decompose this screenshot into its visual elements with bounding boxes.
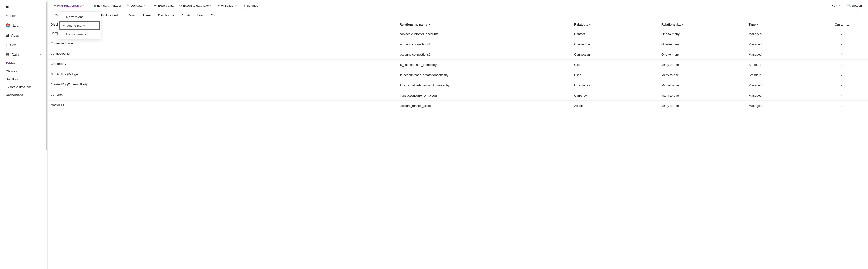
get-data-button[interactable]: 🗄 Get data ∨ bbox=[124, 2, 148, 9]
row-reltype-text: One-to-many bbox=[661, 42, 680, 46]
row-type-text: Managed bbox=[749, 104, 762, 108]
cell-custom: ✓ bbox=[815, 50, 868, 60]
cell-related: Account bbox=[571, 101, 658, 111]
cell-type: Managed bbox=[746, 29, 816, 39]
add-relationship-button[interactable]: + Add relationship ∨ bbox=[52, 2, 87, 9]
cell-custom: ✓ bbox=[815, 39, 868, 50]
col-header-type[interactable]: Type ∨ bbox=[746, 20, 816, 29]
custom-check-icon: ✓ bbox=[840, 83, 843, 87]
cell-related: Contact bbox=[571, 29, 658, 39]
custom-check-icon: ✓ bbox=[840, 53, 843, 56]
custom-check-icon: ✓ bbox=[840, 94, 843, 97]
search-icon: 🔍 bbox=[847, 4, 851, 7]
apps-icon: ⊞ bbox=[6, 33, 9, 37]
ai-icon: ✦ bbox=[217, 4, 220, 7]
sidebar-item-data[interactable]: ▦ Data ∧ bbox=[2, 50, 45, 59]
sidebar-item-create[interactable]: + Create bbox=[2, 40, 45, 50]
tab-forms[interactable]: Forms bbox=[139, 11, 155, 20]
cell-type: Standard bbox=[746, 70, 816, 80]
many-to-one-plus-icon: + bbox=[62, 15, 64, 19]
col-header-related[interactable]: Related... ∨ bbox=[571, 20, 658, 29]
cell-rel-name: account_connections2 bbox=[397, 50, 571, 60]
sidebar-sub-item-connections[interactable]: Connections bbox=[2, 91, 45, 98]
cell-rel-type: Many-to-one bbox=[658, 101, 746, 111]
filter-button[interactable]: ≡ All ∨ bbox=[829, 2, 843, 9]
scrollbar[interactable] bbox=[46, 2, 47, 150]
toolbar-right: ≡ All ∨ 🔍 Search bbox=[829, 2, 864, 9]
tab-dashboards[interactable]: Dashboards bbox=[155, 11, 178, 20]
sidebar-sub-item-export-lake[interactable]: Export to data lake bbox=[2, 83, 45, 91]
cell-type: Managed bbox=[746, 80, 816, 90]
data-chevron-icon: ∧ bbox=[40, 53, 42, 56]
sidebar-sub-item-tables[interactable]: Tables bbox=[2, 60, 45, 67]
row-related-text: Connection bbox=[574, 42, 590, 46]
cell-rel-name: account_connections1 bbox=[397, 39, 571, 50]
row-display-name-text: Created By (Delegate) bbox=[51, 72, 81, 76]
cell-rel-name: lk_externalparty_account_createdby bbox=[397, 80, 571, 90]
col-header-custom[interactable]: Custom... bbox=[815, 20, 868, 29]
tab-charts[interactable]: Charts bbox=[178, 11, 194, 20]
cell-custom: ✓ bbox=[815, 60, 868, 70]
custom-check-icon: ✓ bbox=[840, 73, 843, 77]
relationships-table: Display name ↑ ∨ Relationship name ∨ bbox=[48, 20, 868, 111]
row-type-text: Managed bbox=[749, 53, 762, 56]
export-lake-button[interactable]: ⟳ Export to data lake ∨ bbox=[177, 2, 214, 9]
row-related-text: User bbox=[574, 73, 581, 77]
cell-rel-type: Many-to-one bbox=[658, 80, 746, 90]
main-content: + Add relationship ∨ ⊞ Edit data in Exce… bbox=[48, 0, 868, 269]
sidebar-item-apps[interactable]: ⊞ Apps bbox=[2, 31, 45, 40]
create-icon: + bbox=[6, 43, 8, 47]
table-row: Connected From ••• account_connections1 … bbox=[48, 39, 868, 50]
search-button[interactable]: 🔍 Search bbox=[845, 2, 864, 9]
settings-icon: ⚙ bbox=[243, 4, 246, 7]
cell-rel-type: Many-to-one bbox=[658, 70, 746, 80]
sidebar-sub-item-choices[interactable]: Choices bbox=[2, 67, 45, 75]
custom-check-icon: ✓ bbox=[840, 63, 843, 67]
tab-business-rules[interactable]: Business rules bbox=[98, 11, 125, 20]
row-type-text: Managed bbox=[749, 42, 762, 46]
row-reltype-text: One-to-many bbox=[661, 32, 680, 36]
sidebar-item-learn[interactable]: 📚 Learn bbox=[2, 21, 45, 30]
row-reltype-text: Many-to-one bbox=[661, 84, 679, 87]
sidebar-sub-label: Tables bbox=[6, 62, 15, 65]
cell-rel-type: One-to-many bbox=[658, 39, 746, 50]
cell-rel-type: One-to-many bbox=[658, 50, 746, 60]
row-reltype-text: Many-to-one bbox=[661, 73, 679, 77]
row-type-text: Standard bbox=[749, 73, 762, 77]
tab-views[interactable]: Views bbox=[124, 11, 139, 20]
cell-display-name: Master ID ••• bbox=[48, 101, 397, 111]
col-header-rel-type[interactable]: Relationshi... ∨ bbox=[658, 20, 746, 29]
settings-button[interactable]: ⚙ Settings bbox=[241, 2, 260, 9]
edit-excel-button[interactable]: ⊞ Edit data in Excel bbox=[91, 2, 123, 9]
table-row: Created By (Delegate) ••• lk_accountbase… bbox=[48, 70, 868, 80]
sidebar-sub-item-dataflows[interactable]: Dataflows bbox=[2, 76, 45, 83]
col-header-relationship-name[interactable]: Relationship name ∨ bbox=[397, 20, 571, 29]
cell-type: Managed bbox=[746, 90, 816, 101]
row-rel-name-text: contact_customer_accounts bbox=[400, 32, 438, 36]
hamburger-icon: ☰ bbox=[6, 4, 9, 8]
table-row: Company Name ••• contact_customer_accoun… bbox=[48, 29, 868, 39]
sidebar-item-home[interactable]: ⌂ Home bbox=[2, 11, 45, 20]
cell-display-name: Connected To ••• bbox=[48, 50, 397, 60]
tab-data[interactable]: Data bbox=[208, 11, 221, 20]
row-related-text: Connection bbox=[574, 53, 590, 56]
add-relationship-chevron-icon: ∨ bbox=[83, 4, 85, 7]
ai-builder-button[interactable]: ✦ AI Builder ∨ bbox=[215, 2, 240, 9]
row-rel-name-text: lk_externalparty_account_createdby bbox=[400, 84, 450, 87]
tab-keys[interactable]: Keys bbox=[194, 11, 208, 20]
one-to-many-item[interactable]: + One-to-many bbox=[59, 21, 100, 30]
table-body: Company Name ••• contact_customer_accoun… bbox=[48, 29, 868, 111]
cell-display-name: Created By ••• bbox=[48, 60, 397, 70]
row-related-text: Contact bbox=[574, 32, 585, 36]
get-data-chevron-icon: ∨ bbox=[143, 4, 145, 7]
sidebar-hamburger[interactable]: ☰ bbox=[2, 2, 45, 11]
export-data-button[interactable]: ↦ Export data bbox=[152, 2, 176, 9]
cell-custom: ✓ bbox=[815, 70, 868, 80]
data-icon: ▦ bbox=[6, 52, 9, 57]
table-row: Connected To ••• account_connections2 Co… bbox=[48, 50, 868, 60]
export-icon: ↦ bbox=[154, 4, 157, 7]
many-to-one-item[interactable]: + Many-to-one bbox=[58, 13, 101, 21]
row-display-name-text: Connected To bbox=[51, 52, 70, 55]
cell-rel-name: lk_accountbase_createdby bbox=[397, 60, 571, 70]
many-to-many-item[interactable]: + Many-to-many bbox=[58, 30, 101, 38]
